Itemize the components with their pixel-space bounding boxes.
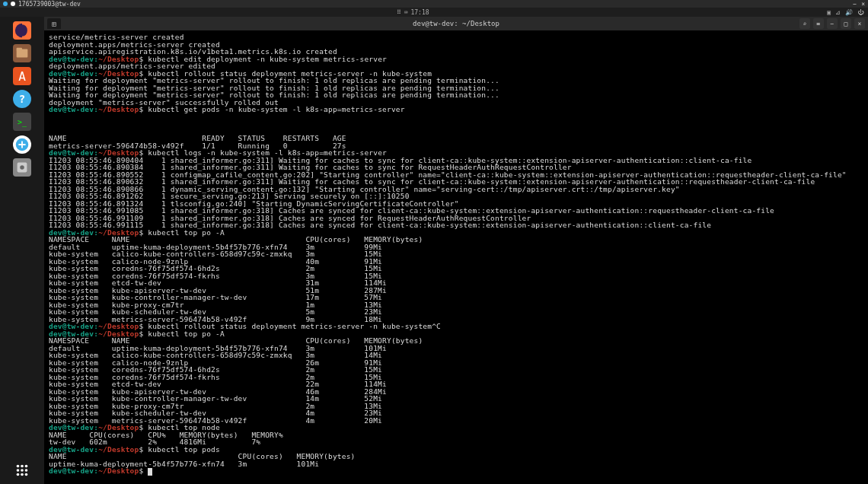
terminal-minimize-button[interactable]: − (827, 18, 838, 29)
terminal-title: dev@tw-dev: ~/Desktop (413, 20, 499, 27)
svg-point-11 (25, 469, 28, 472)
svg-point-10 (21, 469, 24, 472)
activity-dot-icon (11, 2, 15, 6)
svg-point-7 (21, 465, 24, 468)
terminal-line: dev@tw-dev:~/Desktop$ kubectl get pods -… (49, 106, 863, 113)
svg-point-6 (17, 465, 20, 468)
dock-terminal-icon[interactable]: >_ (13, 113, 31, 131)
terminal-maximize-button[interactable]: □ (841, 18, 851, 29)
search-icon: ⌕ (803, 21, 807, 27)
close-icon: × (858, 21, 862, 27)
svg-point-5 (20, 165, 24, 170)
power-icon[interactable]: ⏻ (857, 9, 863, 16)
workspace-indicator-icon[interactable]: ⠿ (397, 9, 401, 16)
activity-dot-icon (3, 2, 8, 6)
main-area: A ? >_ ⊞ dev@tw-dev: ~/Desktop ⌕ ≡ − (0, 17, 868, 484)
minimize-icon: − (831, 21, 834, 27)
terminal-line (49, 113, 863, 121)
desktop-statusbar: ⠿ ⌨ 17:18 ▣ ⊿ 🔊 ⏻ (0, 8, 868, 17)
plus-icon: ⊞ (52, 20, 56, 28)
svg-point-9 (17, 469, 20, 472)
terminal-line: uptime-kuma-deployment-5b4f57b776-xfn74 … (49, 460, 863, 468)
keyboard-icon[interactable]: ⌨ (404, 9, 408, 16)
terminal-titlebar[interactable]: ⊞ dev@tw-dev: ~/Desktop ⌕ ≡ − □ × (44, 17, 868, 30)
statusbar-center: ⠿ ⌨ 17:18 (397, 9, 429, 16)
dock: A ? >_ (0, 17, 44, 484)
dock-disks-icon[interactable] (13, 158, 31, 177)
dock-show-apps-icon[interactable] (13, 461, 31, 479)
svg-point-12 (17, 473, 20, 476)
terminal-line (49, 120, 863, 128)
svg-rect-2 (17, 48, 22, 51)
session-label: 1765739003@tw-dev (18, 1, 81, 8)
window-min-icon[interactable]: − (853, 1, 857, 8)
topbar-left: 1765739003@tw-dev (3, 1, 81, 8)
clock[interactable]: 17:18 (410, 9, 429, 16)
dock-store-icon[interactable]: A (13, 67, 31, 85)
terminal-search-button[interactable]: ⌕ (799, 18, 810, 29)
statusbar-right: ▣ ⊿ 🔊 ⏻ (827, 9, 863, 16)
terminal-line: dev@tw-dev:~/Desktop$ (49, 467, 863, 476)
terminal-close-button[interactable]: × (854, 18, 865, 29)
topbar-right: − × (853, 1, 865, 8)
svg-point-8 (25, 465, 28, 468)
dock-help-icon[interactable]: ? (13, 90, 31, 108)
terminal-menu-button[interactable]: ≡ (813, 18, 824, 29)
cursor (148, 468, 152, 476)
network-icon[interactable]: ⊿ (835, 9, 841, 16)
maximize-icon: □ (844, 21, 848, 27)
svg-point-13 (21, 473, 24, 476)
dock-software-icon[interactable] (13, 135, 31, 154)
dock-files-icon[interactable] (13, 44, 31, 62)
display-icon[interactable]: ▣ (827, 9, 831, 16)
dock-firefox-icon[interactable] (13, 21, 31, 40)
desktop-topbar: 1765739003@tw-dev − × (0, 0, 868, 8)
window-close-icon[interactable]: × (861, 1, 865, 8)
volume-icon[interactable]: 🔊 (845, 9, 853, 16)
terminal-window: ⊞ dev@tw-dev: ~/Desktop ⌕ ≡ − □ × servic… (44, 17, 868, 484)
terminal-output[interactable]: service/metrics-server createddeployment… (44, 30, 868, 484)
svg-point-14 (25, 473, 28, 476)
hamburger-icon: ≡ (817, 21, 821, 27)
terminal-new-tab-button[interactable]: ⊞ (47, 18, 61, 29)
